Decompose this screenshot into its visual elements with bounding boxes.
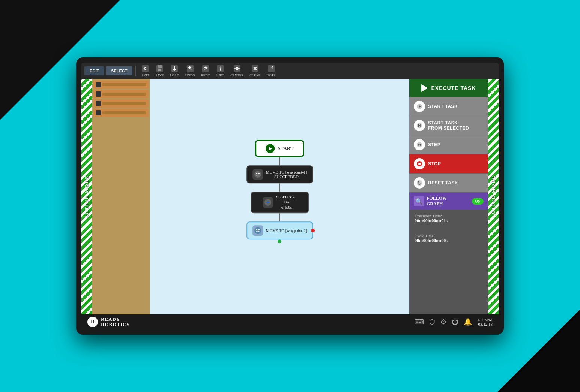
move2-label: MOVE TO [waypoint-2] <box>266 228 307 233</box>
move2-node-box: MOVE TO [waypoint-2] <box>246 221 313 239</box>
task-item-2[interactable] <box>93 90 149 98</box>
svg-point-25 <box>258 229 260 230</box>
sleep-detail2: of 5.0s <box>281 205 292 210</box>
reset-task-label: RESET TASK <box>428 180 458 186</box>
move2-node[interactable]: MOVE TO [waypoint-2] <box>246 221 313 239</box>
center-label: CENTER <box>230 73 243 77</box>
sleep-detail1: 1.6s <box>283 200 289 205</box>
info-label: INFO <box>216 73 224 77</box>
follow-graph-icon: 🔍 <box>414 196 424 206</box>
time-value: 12:56PM <box>477 317 493 322</box>
power-icon[interactable]: ⏻ <box>452 318 458 326</box>
connector-2 <box>279 183 280 192</box>
bottom-bar: R READY ROBOTICS ⌨ ⬡ ⚙ ⏻ 🔔 12:56PM 03.12… <box>81 314 499 329</box>
edit-button[interactable]: EDIT <box>84 66 104 75</box>
load-label: LOAD <box>170 73 179 77</box>
left-active-mode-label: ACTIVE MODE <box>84 175 90 218</box>
toolbar-separator <box>135 66 136 76</box>
svg-rect-3 <box>158 69 161 71</box>
load-button[interactable]: LOAD <box>168 64 182 78</box>
move1-node-box: MOVE TO [waypoint-1] SUCCEEDED <box>246 165 313 183</box>
date-value: 03.12.18 <box>477 322 493 326</box>
undo-label: UNDO <box>185 73 195 77</box>
save-button[interactable]: SAVE <box>153 64 166 78</box>
monitor: EDIT SELECT EXIT SAVE LOAD UNDO <box>76 57 504 335</box>
right-panel: EXECUTE TASK START TASK START TASKFROM S… <box>409 79 488 314</box>
connector-1 <box>279 157 280 165</box>
network-icon[interactable]: ⬡ <box>429 318 435 326</box>
move1-status: SUCCEEDED <box>274 174 299 179</box>
cycle-time-group: Cycle Time: 00d:00h:00m:00s <box>415 233 483 244</box>
note-button[interactable]: NOTE <box>264 64 278 78</box>
follow-graph-label: FOLLOWGRAPH <box>427 196 470 207</box>
main-area: ACTIVE MODE <box>81 79 499 314</box>
task-item-3[interactable] <box>93 99 149 108</box>
select-button[interactable]: SELECT <box>106 66 132 75</box>
task-icon-3 <box>96 101 101 106</box>
svg-rect-31 <box>418 163 421 165</box>
start-from-selected-label: START TASKFROM SELECTED <box>428 120 469 131</box>
follow-graph-row[interactable]: 🔍 FOLLOWGRAPH ON <box>409 193 488 210</box>
task-bar-4 <box>102 111 146 114</box>
svg-point-8 <box>220 67 221 68</box>
exit-label: EXIT <box>141 73 149 77</box>
svg-rect-9 <box>220 68 221 71</box>
end-dot <box>278 239 282 243</box>
move1-node[interactable]: MOVE TO [waypoint-1] SUCCEEDED <box>246 165 313 183</box>
cycle-time-label: Cycle Time: <box>415 233 483 238</box>
bell-icon[interactable]: 🔔 <box>464 318 472 326</box>
svg-rect-29 <box>420 144 421 146</box>
canvas-area[interactable]: ▶ START MOVE TO [waypoint-1] <box>150 79 409 314</box>
move1-icon <box>252 169 263 180</box>
task-bar-3 <box>102 102 146 105</box>
step-label: STEP <box>428 142 440 147</box>
start-node-box: ▶ START <box>255 140 304 157</box>
reset-task-button[interactable]: RESET TASK <box>409 174 488 193</box>
undo-button[interactable]: UNDO <box>183 64 197 78</box>
start-from-selected-button[interactable]: START TASKFROM SELECTED <box>409 116 488 135</box>
stop-button[interactable]: STOP <box>409 154 488 174</box>
bottom-icons: ⌨ ⬡ ⚙ ⏻ 🔔 12:56PM 03.12.18 <box>414 317 493 326</box>
execute-play-icon <box>421 84 428 92</box>
svg-rect-0 <box>142 65 149 72</box>
connector-3 <box>279 213 280 221</box>
keyboard-icon[interactable]: ⌨ <box>414 318 424 326</box>
redo-button[interactable]: REDO <box>199 64 213 78</box>
robot-icon[interactable]: ⚙ <box>440 318 446 326</box>
save-label: SAVE <box>155 73 164 77</box>
clear-label: CLEAR <box>249 73 261 77</box>
center-button[interactable]: CENTER <box>228 64 246 78</box>
start-play-icon: ▶ <box>266 144 275 153</box>
sleep-label: SLEEPING... <box>276 195 297 200</box>
reset-task-icon <box>414 177 425 189</box>
execution-time-label: Execution Time: <box>415 214 483 218</box>
task-item-4[interactable] <box>93 109 149 117</box>
follow-graph-toggle[interactable]: ON <box>472 198 484 205</box>
move2-icon <box>252 225 263 236</box>
sleep-node[interactable]: 💤 SLEEPING... 1.6s of 5.0s <box>251 192 309 213</box>
task-item-1[interactable] <box>93 81 149 89</box>
start-task-label: START TASK <box>428 104 458 109</box>
timing-section: Execution Time: 00d:00h:00m:01s Cycle Ti… <box>409 210 488 314</box>
info-button[interactable]: INFO <box>214 64 227 78</box>
clear-button[interactable]: CLEAR <box>247 64 263 78</box>
sleep-node-box: 💤 SLEEPING... 1.6s of 5.0s <box>251 192 309 213</box>
start-task-button[interactable]: START TASK <box>409 97 488 116</box>
right-active-mode-border: ACTIVE MODE <box>488 79 499 314</box>
time-display: 12:56PM 03.12.18 <box>477 317 493 326</box>
execute-task-button[interactable]: EXECUTE TASK <box>409 79 488 97</box>
svg-text:💤: 💤 <box>266 200 270 205</box>
task-icon-2 <box>96 91 101 97</box>
left-active-mode-border: ACTIVE MODE <box>81 79 92 314</box>
svg-rect-15 <box>268 65 275 72</box>
brand-logo: R READY ROBOTICS <box>87 317 130 328</box>
task-bar-1 <box>102 83 146 86</box>
task-bar-2 <box>102 93 146 96</box>
start-node[interactable]: ▶ START <box>255 140 304 157</box>
note-label: NOTE <box>267 73 276 77</box>
execution-time-value: 00d:00h:00m:01s <box>415 218 483 224</box>
step-button[interactable]: STEP <box>409 135 488 154</box>
exit-button[interactable]: EXIT <box>139 64 152 78</box>
brand-name-line2: ROBOTICS <box>101 322 130 327</box>
left-panel <box>92 79 150 314</box>
